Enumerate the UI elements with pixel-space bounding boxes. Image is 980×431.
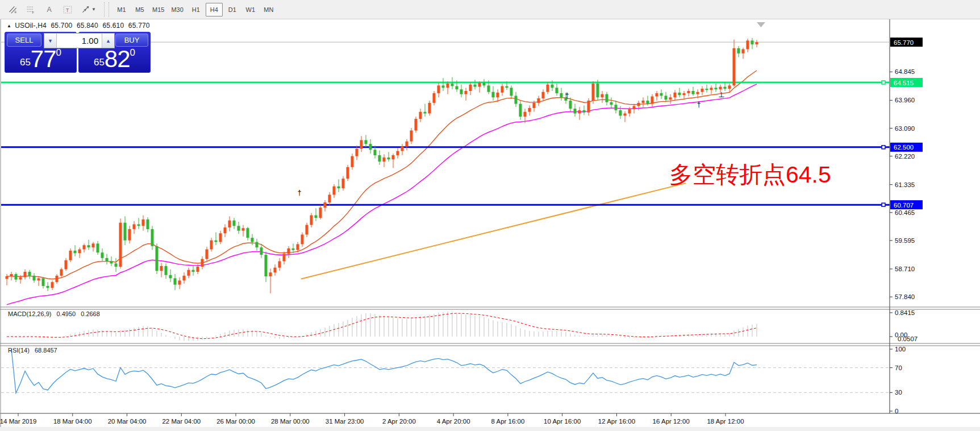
candle-body [224, 227, 227, 233]
candle-body [119, 223, 122, 267]
candle-body [524, 112, 527, 117]
timeframe-M15[interactable]: M15 [149, 3, 167, 16]
candle-body [551, 85, 554, 88]
timeframe-H4[interactable]: H4 [206, 3, 223, 16]
candle-body [15, 274, 18, 280]
volume-input[interactable] [57, 34, 102, 48]
candle-body [156, 246, 159, 271]
candle-body [519, 104, 522, 117]
candle-body [97, 243, 99, 252]
chart-annotation-text[interactable]: 多空转折点64.5 [669, 159, 831, 190]
candle-body [292, 248, 295, 250]
candle-body [506, 86, 508, 88]
candle-body [10, 274, 13, 276]
time-axis[interactable]: 14 Mar 201918 Mar 04:0020 Mar 04:0022 Ma… [0, 413, 744, 425]
time-label: 2 Apr 20:00 [382, 418, 416, 425]
candle-body [356, 149, 358, 156]
candle-body [751, 40, 754, 44]
candle-body [501, 86, 504, 92]
symbol-name: USOil-,H4 [15, 22, 47, 30]
time-label: 18 Apr 12:00 [707, 418, 744, 425]
candle-body [365, 140, 368, 144]
text-button[interactable]: A [41, 2, 58, 17]
candle-body [269, 272, 272, 276]
svg-text:63.090: 63.090 [895, 125, 915, 132]
macd-signal-line [7, 313, 757, 339]
candle-body [251, 238, 254, 242]
rsi-value: 68.8457 [35, 347, 57, 354]
level-handle [882, 81, 885, 84]
candle-body [78, 250, 81, 254]
buy-price-prefix: 65 [94, 57, 105, 68]
candle-body [124, 223, 127, 241]
timeframe-group: M1M5M15M30H1H4D1W1MN [112, 3, 278, 16]
candle-body [674, 93, 677, 97]
candle-body [6, 276, 9, 279]
timeframe-M30[interactable]: M30 [168, 3, 186, 16]
candle-body [492, 92, 495, 98]
candle-body [347, 167, 349, 179]
arrows-button[interactable]: ▼ [77, 2, 100, 17]
timeframe-M5[interactable]: M5 [131, 3, 148, 16]
candle-body [742, 49, 745, 53]
candle-body [74, 251, 77, 254]
candle-body [397, 151, 399, 155]
svg-text:62.500: 62.500 [894, 144, 914, 151]
symbol-header: ▲USOil-,H4 65.700 65.840 65.610 65.770 [7, 22, 152, 30]
volume-control: ▼ ▲ [44, 33, 115, 48]
candle-body [378, 155, 381, 161]
buy-button[interactable]: BUY [115, 34, 148, 47]
candle-body [328, 194, 331, 202]
label-icon: T [63, 5, 72, 15]
equidistant-channel-button[interactable]: E [5, 2, 22, 17]
candle-body [419, 112, 422, 119]
time-label: 12 Apr 16:00 [598, 418, 635, 425]
timeframe-W1[interactable]: W1 [242, 3, 259, 16]
candle-body [515, 96, 518, 103]
chart-shift-marker[interactable] [757, 22, 765, 27]
candle-body [333, 187, 336, 195]
sell-price[interactable]: 65770 [5, 47, 77, 72]
sell-price-sup: 0 [56, 47, 61, 58]
candle-body [187, 270, 190, 276]
timeframe-MN[interactable]: MN [260, 3, 277, 16]
macd-name: MACD(12,26,9) [8, 310, 51, 317]
label-button[interactable]: T [59, 2, 76, 17]
timeframe-H1[interactable]: H1 [187, 3, 205, 16]
candle-body [260, 247, 263, 255]
candle-body [592, 84, 595, 101]
candle-body [369, 144, 372, 150]
candle-body [219, 233, 222, 242]
rsi-name: RSI(14) [8, 347, 30, 354]
svg-text:E: E [14, 10, 16, 14]
candle-body [92, 243, 95, 247]
time-label: 16 Apr 12:00 [653, 418, 690, 425]
candles-layer [6, 38, 758, 293]
volume-decrease-button[interactable]: ▼ [44, 34, 57, 48]
time-label: 18 Mar 04:00 [53, 418, 92, 425]
timeframe-M1[interactable]: M1 [113, 3, 130, 16]
candle-body [715, 88, 718, 89]
candle-body [451, 84, 454, 86]
svg-text:70: 70 [895, 364, 902, 371]
sell-button[interactable]: SELL [7, 34, 41, 47]
candle-body [28, 272, 31, 276]
candle-body [242, 228, 245, 231]
candle-body [706, 89, 708, 90]
candle-body [387, 158, 390, 159]
candle-body [633, 106, 636, 110]
timeframe-D1[interactable]: D1 [224, 3, 241, 16]
candle-body [233, 221, 236, 226]
svg-text:64.845: 64.845 [895, 68, 915, 75]
time-label: 4 Apr 20:00 [437, 418, 470, 425]
trendline-object[interactable] [301, 183, 686, 279]
buy-price[interactable]: 65820 [78, 47, 151, 72]
trade-marker: ⊥ [718, 90, 724, 99]
price-axis[interactable]: 64.84563.96063.09062.22061.33560.46559.5… [890, 38, 923, 300]
candle-body [478, 83, 481, 87]
candle-body [442, 85, 445, 88]
volume-increase-button[interactable]: ▲ [102, 34, 114, 48]
candle-body [433, 93, 436, 103]
fibonacci-button[interactable]: F [23, 2, 40, 17]
macd-axis-badge: 0.0507 [898, 335, 918, 342]
